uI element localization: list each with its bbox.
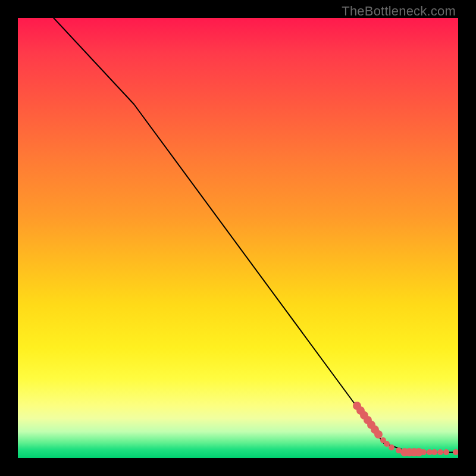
data-point (374, 430, 383, 439)
data-point (443, 449, 449, 455)
data-point (384, 441, 390, 447)
bottleneck-curve (54, 18, 458, 452)
chart-overlay (18, 18, 458, 458)
data-point (421, 449, 427, 455)
scatter-points (353, 402, 458, 456)
data-point (431, 449, 437, 455)
chart-frame: TheBottleneck.com (0, 0, 476, 476)
watermark-text: TheBottleneck.com (342, 4, 456, 19)
data-point (389, 444, 394, 450)
data-point (453, 449, 458, 455)
plot-area (18, 18, 458, 458)
data-point (437, 449, 443, 455)
